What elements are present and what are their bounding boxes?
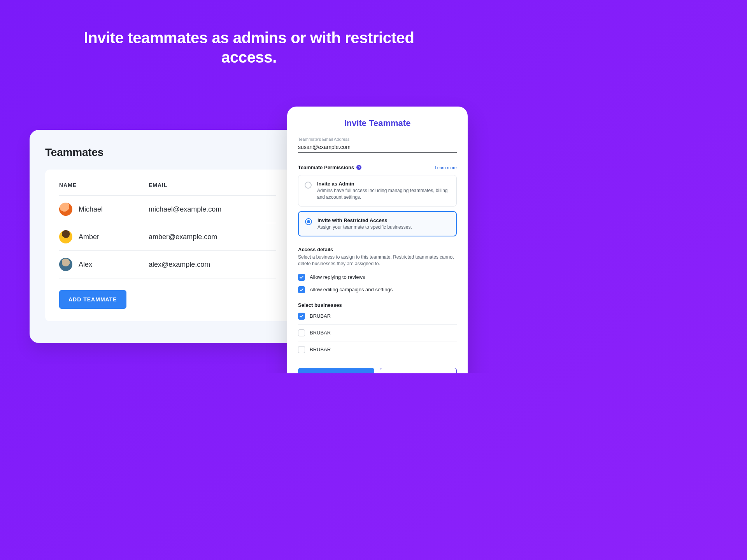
business-row: BRUBAR: [298, 341, 457, 358]
business-name: BRUBAR: [310, 313, 331, 319]
check-icon: [299, 287, 304, 292]
table-row[interactable]: Amber amber@example.com: [59, 223, 276, 251]
checkbox-allow-edit-campaigns[interactable]: [298, 286, 305, 293]
email-field-label: Teammate's Email Address: [298, 137, 457, 142]
teammate-email-input[interactable]: [298, 142, 457, 153]
permissions-label: Teammate Permissions ?: [298, 164, 361, 170]
column-email: EMAIL: [149, 182, 276, 188]
permissions-header: Teammate Permissions ? Learn more: [298, 164, 457, 170]
teammates-table: NAME EMAIL Michael michael@example.com A…: [45, 170, 290, 321]
avatar: [59, 203, 72, 216]
access-toggle-row: Allow replying to reviews: [298, 271, 457, 284]
checkbox-label: Allow replying to reviews: [310, 274, 365, 280]
avatar: [59, 230, 72, 243]
checkbox-label: Allow editing campaigns and settings: [310, 287, 393, 292]
checkbox-business[interactable]: [298, 329, 305, 336]
teammate-email: alex@example.com: [149, 261, 276, 269]
business-row: BRUBAR: [298, 324, 457, 341]
table-row[interactable]: Michael michael@example.com: [59, 196, 276, 223]
learn-more-link[interactable]: Learn more: [435, 165, 457, 170]
access-details-heading: Access details: [298, 247, 457, 252]
teammate-name: Amber: [79, 233, 99, 241]
business-list: BRUBAR BRUBAR BRUBAR: [298, 308, 457, 358]
radio-icon: [305, 182, 312, 189]
checkbox-business[interactable]: [298, 346, 305, 353]
permission-option-desc: Admins have full access including managi…: [317, 187, 450, 201]
dialog-title: Invite Teammate: [298, 118, 457, 128]
teammate-email: amber@example.com: [149, 233, 276, 241]
avatar: [59, 258, 72, 271]
permissions-label-text: Teammate Permissions: [298, 164, 354, 170]
check-icon: [299, 314, 304, 318]
nevermind-button[interactable]: Nevermind: [380, 368, 457, 373]
permission-option-title: Invite with Restricted Access: [317, 217, 412, 223]
permission-option-desc: Assign your teammate to specific busines…: [317, 224, 412, 231]
checkbox-business[interactable]: [298, 313, 305, 320]
teammate-email: michael@example.com: [149, 205, 276, 214]
permission-option-title: Invite as Admin: [317, 181, 450, 187]
select-businesses-heading: Select businesses: [298, 302, 457, 308]
permission-option-restricted[interactable]: Invite with Restricted Access Assign you…: [298, 211, 457, 237]
help-icon[interactable]: ?: [356, 165, 361, 170]
checkbox-allow-reply-reviews[interactable]: [298, 274, 305, 281]
permission-option-admin[interactable]: Invite as Admin Admins have full access …: [298, 175, 457, 206]
invite-teammate-dialog: Invite Teammate Teammate's Email Address…: [287, 107, 468, 373]
teammates-table-header: NAME EMAIL: [59, 180, 276, 196]
teammates-panel: Teammates NAME EMAIL Michael michael@exa…: [30, 130, 306, 343]
teammates-heading: Teammates: [45, 146, 290, 159]
column-name: NAME: [59, 182, 149, 188]
business-name: BRUBAR: [310, 346, 331, 352]
teammate-name: Michael: [79, 205, 103, 214]
check-icon: [299, 275, 304, 280]
access-details-subtext: Select a business to assign to this team…: [298, 254, 457, 267]
invite-teammate-button[interactable]: Invite Teammate: [298, 368, 374, 373]
dialog-actions: Invite Teammate Nevermind: [298, 359, 457, 373]
table-row[interactable]: Alex alex@example.com: [59, 251, 276, 278]
hero-title: Invite teammates as admins or with restr…: [82, 28, 416, 67]
access-toggle-row: Allow editing campaigns and settings: [298, 284, 457, 296]
add-teammate-button[interactable]: ADD TEAMMATE: [59, 290, 126, 309]
teammate-name: Alex: [79, 261, 92, 269]
email-field-wrapper: Teammate's Email Address: [298, 137, 457, 153]
radio-icon: [305, 218, 312, 225]
business-row: BRUBAR: [298, 308, 457, 324]
business-name: BRUBAR: [310, 330, 331, 336]
